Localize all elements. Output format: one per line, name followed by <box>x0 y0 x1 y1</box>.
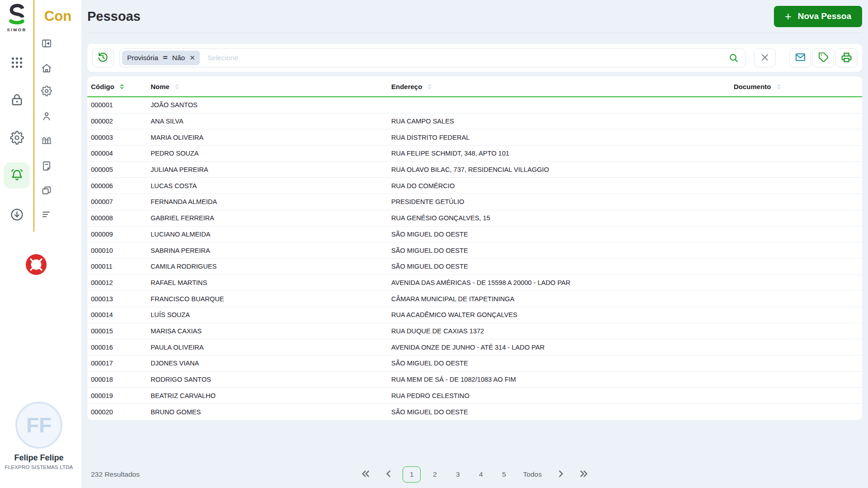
table-row[interactable]: 000001JOÃO SANTOS <box>87 97 862 114</box>
table-row[interactable]: 000002ANA SILVARUA CAMPO SALES <box>87 114 862 130</box>
menu-button-user-icon[interactable] <box>40 110 53 123</box>
table-cell: 000020 <box>87 408 147 416</box>
page-button-5[interactable]: 5 <box>495 466 513 483</box>
table-cell: FERNANDA ALMEIDA <box>147 198 388 205</box>
new-person-label: Nova Pessoa <box>798 11 851 21</box>
table-cell: 000018 <box>87 376 147 383</box>
gear-icon <box>41 85 52 98</box>
next-page-button[interactable] <box>552 466 570 483</box>
table-cell: SÃO MIGUEL DO OESTE <box>388 360 730 367</box>
filter-history-button[interactable] <box>92 48 114 67</box>
table-cell: RUA DISTRITO FEDERAL <box>388 134 730 141</box>
sidebar-button-download-icon[interactable] <box>4 202 30 228</box>
chevrons-right-icon <box>579 469 589 480</box>
table-cell: AVENIDA DAS AMÉRICAS - DE 15598 A 20000 … <box>388 279 730 286</box>
filter-select-input[interactable]: Provisória = Não ✕ <box>119 48 745 67</box>
table-cell: RUA MEM DE SÁ - DE 1082/1083 AO FIM <box>388 376 730 383</box>
table-cell: JOÃO SANTOS <box>147 101 388 109</box>
table-row[interactable]: 000012RAFAEL MARTINSAVENIDA DAS AMÉRICAS… <box>87 275 862 291</box>
sort-icon <box>119 83 125 90</box>
table-cell: 000005 <box>87 166 147 173</box>
sort-icon <box>174 83 180 90</box>
equals-operator-icon: = <box>163 54 168 62</box>
table-row[interactable]: 000003MARIA OLIVEIRARUA DISTRITO FEDERAL <box>87 129 862 146</box>
table-row[interactable]: 000004PEDRO SOUZARUA FELIPE SCHMIDT, 348… <box>87 146 862 162</box>
menu-button-align-left-icon[interactable] <box>40 208 53 222</box>
column-header[interactable]: Endereço <box>388 83 730 90</box>
mail-button[interactable] <box>789 48 811 67</box>
page-button-3[interactable]: 3 <box>449 466 467 483</box>
search-icon[interactable] <box>728 52 739 63</box>
table-cell: RUA ACADÊMICO WALTER GONÇALVES <box>388 311 730 318</box>
table-row[interactable]: 000007FERNANDA ALMEIDAPRESIDENTE GETÚLIO <box>87 194 862 210</box>
table-row[interactable]: 000019BEATRIZ CARVALHORUA PEDRO CELESTIN… <box>87 388 862 404</box>
table-row[interactable]: 000010SABRINA PEREIRASÃO MIGUEL DO OESTE <box>87 242 862 259</box>
last-page-button[interactable] <box>575 466 593 483</box>
chip-value: Não <box>172 54 185 62</box>
table-cell: 000007 <box>87 198 147 205</box>
table-cell: RUA DUQUE DE CAXIAS 1372 <box>388 327 730 335</box>
lifebuoy-icon <box>25 270 47 277</box>
table-row[interactable]: 000008GABRIEL FERREIRARUA GENÉSIO GONÇAL… <box>87 210 862 227</box>
table-row[interactable]: 000017DJONES VIANASÃO MIGUEL DO OESTE <box>87 355 862 372</box>
menu-button-panel-expand-icon[interactable] <box>40 37 53 51</box>
menu-button-note-icon[interactable] <box>40 160 53 173</box>
sidebar-button-lock-icon[interactable] <box>4 87 30 114</box>
column-header[interactable]: Documento <box>730 83 862 90</box>
clear-filters-button[interactable] <box>754 48 776 67</box>
table-cell: AVENIDA ONZE DE JUNHO - ATÉ 314 - LADO P… <box>388 344 730 351</box>
tag-button[interactable] <box>812 48 834 67</box>
new-person-button[interactable]: + Nova Pessoa <box>774 6 862 27</box>
sidebar-button-gear-icon[interactable] <box>4 125 30 152</box>
table-cell: RUA PEDRO CELESTINO <box>388 392 730 399</box>
apps-grid-icon <box>10 56 24 71</box>
table-cell: RODRIGO SANTOS <box>147 376 388 383</box>
page-button-4[interactable]: 4 <box>472 466 490 483</box>
print-button[interactable] <box>835 48 857 67</box>
table-row[interactable]: 000015MARISA CAXIASRUA DUQUE DE CAXIAS 1… <box>87 323 862 340</box>
user-profile[interactable]: FF Felipe Felipe FLEXPRO SISTEMAS LTDA <box>0 402 78 470</box>
table-row[interactable]: 000016PAULA OLIVEIRAAVENIDA ONZE DE JUNH… <box>87 339 862 355</box>
table-row[interactable]: 000005JULIANA PEREIRARUA OLAVO BILAC, 73… <box>87 162 862 178</box>
menu-button-home-icon[interactable] <box>40 62 53 76</box>
help-lifebuoy-button[interactable] <box>24 253 48 277</box>
table-cell: SÃO MIGUEL DO OESTE <box>388 247 730 254</box>
app-logo[interactable]: SIMOB <box>0 4 33 32</box>
avatar: FF <box>15 402 62 449</box>
first-page-button[interactable] <box>356 466 375 483</box>
sidebar-button-bell-icon[interactable] <box>4 162 30 189</box>
table-row[interactable]: 000020BRUNO GOMESSÃO MIGUEL DO OESTE <box>87 404 862 420</box>
menu-button-gear-icon[interactable] <box>40 85 53 98</box>
menu-button-building-icon[interactable] <box>40 133 53 147</box>
page-button-1[interactable]: 1 <box>403 466 421 483</box>
table-row[interactable]: 000006LUCAS COSTARUA DO COMÉRCIO <box>87 178 862 194</box>
column-header[interactable]: Código <box>87 83 147 90</box>
table-row[interactable]: 000011CAMILA RODRIGUESSÃO MIGUEL DO OEST… <box>87 259 862 275</box>
filter-bar: Provisória = Não ✕ <box>87 44 862 72</box>
user-name: Felipe Felipe <box>0 453 78 463</box>
table-row[interactable]: 000013FRANCISCO BUARQUECÂMARA MUNICIPAL … <box>87 291 862 307</box>
table-cell: 000006 <box>87 182 147 190</box>
menu-button-copy-icon[interactable] <box>40 184 53 198</box>
table-cell: DJONES VIANA <box>147 360 388 367</box>
page-button-Todos[interactable]: Todos <box>518 466 546 483</box>
table-row[interactable]: 000014LUÍS SOUZARUA ACADÊMICO WALTER GON… <box>87 307 862 323</box>
table-row[interactable]: 000018RODRIGO SANTOSRUA MEM DE SÁ - DE 1… <box>87 372 862 388</box>
chip-field: Provisória <box>127 54 158 62</box>
user-company: FLEXPRO SISTEMAS LTDA <box>0 464 78 470</box>
lock-icon <box>10 93 24 108</box>
table-cell: 000001 <box>87 101 147 109</box>
chip-remove-icon[interactable]: ✕ <box>190 54 195 62</box>
user-icon <box>41 111 52 123</box>
sidebar-button-apps-grid-icon[interactable] <box>4 50 30 76</box>
table-cell: MARIA OLIVEIRA <box>147 134 388 141</box>
previous-page-button[interactable] <box>379 466 398 483</box>
page-button-2[interactable]: 2 <box>426 466 444 483</box>
column-header[interactable]: Nome <box>147 83 388 90</box>
table-cell: 000008 <box>87 214 147 222</box>
table-row[interactable]: 000009LUCIANO ALMEIDASÃO MIGUEL DO OESTE <box>87 227 862 243</box>
filter-search-field[interactable] <box>207 54 728 62</box>
filter-chip[interactable]: Provisória = Não ✕ <box>122 51 200 65</box>
table-cell: 000003 <box>87 134 147 141</box>
bell-icon <box>10 168 24 183</box>
